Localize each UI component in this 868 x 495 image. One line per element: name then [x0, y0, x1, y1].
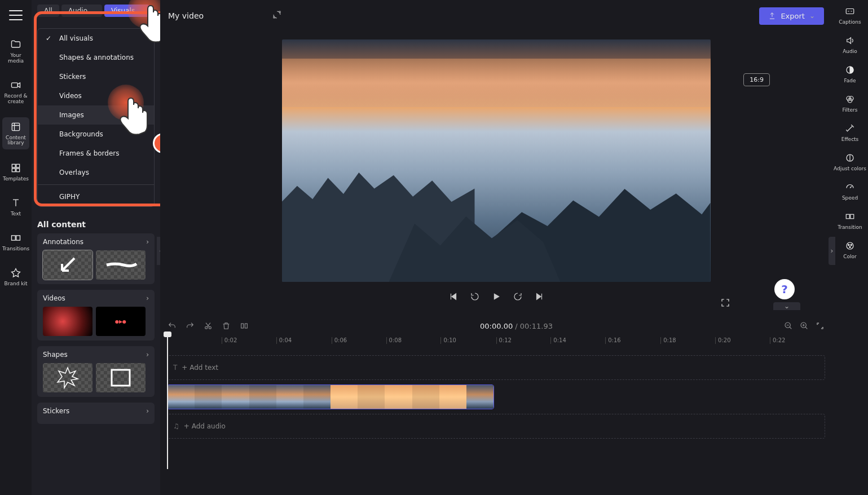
redo-button[interactable] — [185, 321, 195, 331]
play-button[interactable] — [491, 291, 502, 302]
sidebar-item-templates[interactable]: Templates — [0, 160, 32, 184]
collapse-right-button[interactable]: › — [829, 237, 835, 265]
svg-rect-6 — [12, 236, 16, 240]
delete-button[interactable] — [221, 321, 231, 331]
export-button[interactable]: Export ⌄ — [759, 7, 824, 25]
sidebar-item-content-library[interactable]: Content library — [2, 117, 29, 150]
dropdown-item-videos[interactable]: Videos — [38, 86, 154, 105]
chevron-down-icon: ⌄ — [809, 12, 815, 20]
right-item-color[interactable]: Color — [843, 240, 857, 259]
category-header-videos[interactable]: Videos› — [43, 294, 149, 302]
right-item-adjust-colors[interactable]: Adjust colors — [834, 152, 866, 171]
record-icon — [10, 79, 22, 91]
dropdown-item-images[interactable]: Images — [38, 105, 154, 125]
captions-icon — [844, 6, 856, 17]
svg-rect-5 — [16, 169, 20, 172]
ruler-tick: 0:18 — [660, 337, 676, 344]
transition-icon — [844, 211, 856, 222]
thumbnail-video-1[interactable] — [43, 307, 92, 336]
ruler-tick: 0:16 — [605, 337, 620, 344]
thumbnail-video-2[interactable]: ●▶● — [96, 307, 146, 336]
svg-rect-7 — [16, 236, 20, 240]
right-item-captions[interactable]: Captions — [839, 6, 861, 25]
right-sidebar: Captions Audio Fade Filters Effects Adju… — [832, 0, 868, 495]
svg-rect-4 — [12, 169, 15, 172]
dropdown-item-stickers[interactable]: Stickers — [38, 67, 154, 86]
playhead[interactable] — [167, 334, 168, 469]
rewind-button[interactable] — [469, 291, 481, 302]
skip-forward-button[interactable] — [534, 291, 545, 302]
zoom-out-button[interactable] — [783, 321, 794, 331]
sync-icon[interactable] — [272, 10, 282, 22]
skip-back-button[interactable] — [448, 291, 459, 302]
filter-tab-all[interactable]: All — [37, 5, 59, 17]
video-clip[interactable] — [167, 384, 494, 409]
filter-tabs: All Audio ⌄ Visuals ⌄ — [37, 5, 155, 17]
collapse-timeline-button[interactable]: ⌄ — [773, 302, 800, 310]
category-header-stickers[interactable]: Stickers› — [43, 407, 149, 415]
sidebar-item-brand-kit[interactable]: Brand kit — [0, 264, 32, 289]
svg-point-23 — [847, 242, 853, 249]
audio-track-placeholder[interactable]: ♫ + Add audio — [167, 414, 825, 439]
category-stickers: Stickers› — [37, 403, 155, 424]
speed-icon — [844, 182, 856, 193]
video-preview[interactable] — [282, 39, 711, 282]
video-title-input[interactable] — [168, 11, 266, 20]
filter-tab-audio[interactable]: Audio ⌄ — [61, 5, 102, 17]
music-icon: ♫ — [173, 422, 179, 430]
undo-button[interactable] — [167, 321, 177, 331]
filter-tab-visuals[interactable]: Visuals ⌄ — [104, 5, 149, 17]
right-item-speed[interactable]: Speed — [842, 182, 858, 201]
right-item-effects[interactable]: Effects — [841, 123, 859, 142]
chevron-right-icon: › — [146, 238, 149, 246]
dropdown-item-all-visuals[interactable]: ✓All visuals — [38, 29, 154, 48]
content-panel: All Audio ⌄ Visuals ⌄ ✓All visuals Shape… — [32, 0, 160, 495]
folder-icon — [10, 38, 22, 51]
player-controls — [448, 291, 545, 302]
ruler-tick: 0:12 — [496, 337, 512, 344]
svg-rect-12 — [245, 324, 247, 328]
category-header-annotations[interactable]: Annotations› — [43, 238, 149, 246]
fullscreen-button[interactable] — [720, 298, 730, 310]
forward-button[interactable] — [512, 291, 523, 302]
svg-point-25 — [851, 244, 852, 245]
upload-icon — [768, 12, 776, 20]
brandkit-icon — [10, 267, 22, 279]
right-item-fade[interactable]: Fade — [844, 64, 856, 83]
hamburger-menu-button[interactable] — [9, 10, 23, 20]
cut-button[interactable] — [203, 321, 213, 331]
category-videos: Videos› ●▶● — [37, 290, 155, 341]
aspect-ratio-button[interactable]: 16:9 — [743, 73, 770, 86]
sidebar-item-your-media[interactable]: Your media — [0, 36, 32, 67]
fit-button[interactable] — [815, 321, 825, 331]
right-item-filters[interactable]: Filters — [843, 94, 858, 113]
sidebar-item-text[interactable]: Text — [0, 195, 32, 219]
sidebar-item-record-create[interactable]: Record & create — [0, 77, 32, 107]
dropdown-item-overlays[interactable]: Overlays — [38, 163, 154, 182]
dropdown-item-frames-borders[interactable]: Frames & borders — [38, 144, 154, 163]
right-item-audio[interactable]: Audio — [843, 35, 857, 54]
right-item-transition[interactable]: Transition — [838, 211, 862, 230]
check-icon: ✓ — [46, 34, 54, 42]
timeline-ruler[interactable]: 0:02 0:04 0:06 0:08 0:10 0:12 0:14 0:16 … — [167, 337, 825, 351]
help-button[interactable]: ? — [774, 279, 795, 299]
sidebar-item-transitions[interactable]: Transitions — [0, 229, 32, 254]
chevron-down-icon: ⌄ — [90, 7, 95, 15]
zoom-in-button[interactable] — [799, 321, 809, 331]
dropdown-item-shapes-annotations[interactable]: Shapes & annotations — [38, 48, 154, 67]
category-header-shapes[interactable]: Shapes› — [43, 351, 149, 359]
left-sidebar: Your media Record & create Content libra… — [0, 0, 32, 495]
thumbnail-annotation-line[interactable] — [96, 250, 146, 280]
timeline-toolbar: 00:00.00 / 00:11.93 — [160, 315, 832, 337]
time-display: 00:00.00 / 00:11.93 — [257, 322, 776, 330]
chevron-down-icon: ⌄ — [137, 7, 143, 15]
dropdown-item-giphy[interactable]: GIPHY — [38, 187, 154, 206]
split-button[interactable] — [239, 321, 249, 331]
text-track-placeholder[interactable]: T + Add text — [167, 355, 825, 380]
thumbnail-shape-burst[interactable] — [43, 363, 92, 392]
chevron-down-icon: ⌄ — [784, 302, 790, 310]
thumbnail-annotation-arrow[interactable] — [43, 250, 92, 280]
svg-rect-21 — [846, 214, 849, 219]
thumbnail-shape-frame[interactable] — [96, 363, 146, 392]
dropdown-item-backgrounds[interactable]: Backgrounds — [38, 125, 154, 144]
